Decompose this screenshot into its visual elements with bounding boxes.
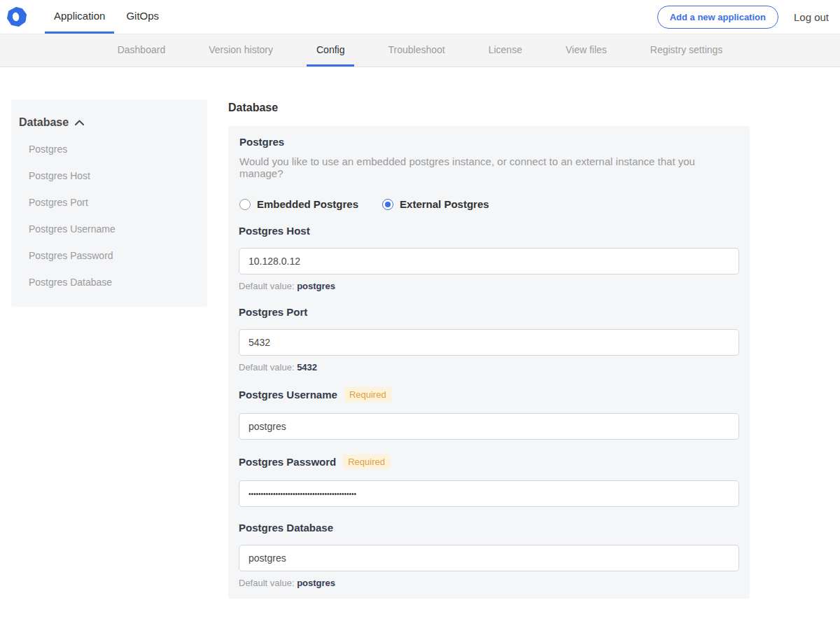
tab-dashboard[interactable]: Dashboard: [108, 34, 176, 67]
postgres-type-radio-group: Embedded Postgres External Postgres: [239, 198, 739, 210]
default-value: 5432: [297, 362, 317, 373]
tab-registry-settings[interactable]: Registry settings: [640, 34, 732, 67]
sidebar-item-postgres[interactable]: Postgres: [18, 136, 200, 162]
radio-circle-selected[interactable]: [382, 199, 393, 210]
default-value: postgres: [297, 578, 335, 588]
config-field-postgres-username: Postgres Username Required: [239, 387, 739, 440]
tab-dashboard-label: Dashboard: [118, 44, 166, 55]
sidebar-item-postgres-username[interactable]: Postgres Username: [18, 216, 200, 242]
tab-config-label: Config: [316, 44, 344, 55]
field-label-postgres: Postgres: [239, 136, 739, 148]
postgres-port-input[interactable]: [239, 329, 739, 356]
tab-version-history-label: Version history: [209, 44, 273, 55]
kots-logo-icon: [7, 7, 27, 27]
postgres-password-input[interactable]: [239, 480, 739, 507]
config-sidebar: Database Postgres Postgres Host Postgres…: [11, 99, 207, 307]
sidebar-item-postgres-database[interactable]: Postgres Database: [18, 269, 200, 295]
radio-circle-unselected[interactable]: [239, 199, 251, 210]
sidebar-item-postgres-host[interactable]: Postgres Host: [18, 162, 200, 189]
top-header: Application GitOps Add a new application…: [0, 0, 840, 34]
field-label: Postgres Password: [239, 456, 336, 468]
postgres-database-input[interactable]: [239, 545, 739, 571]
tab-registry-settings-label: Registry settings: [650, 44, 722, 55]
radio-embedded-postgres-label: Embedded Postgres: [257, 198, 358, 210]
tab-view-files[interactable]: View files: [556, 34, 617, 67]
app-subnav: Dashboard Version history Config Trouble…: [0, 34, 840, 67]
sidebar-group-label: Database: [19, 116, 69, 129]
config-field-postgres-port: Postgres Port Default value: 5432: [239, 306, 739, 373]
config-field-postgres-database: Postgres Database Default value: postgre…: [239, 522, 739, 588]
config-field-postgres-password: Postgres Password Required: [239, 454, 739, 507]
tab-view-files-label: View files: [566, 44, 607, 55]
required-badge: Required: [343, 454, 390, 469]
radio-external-postgres-label: External Postgres: [400, 198, 489, 210]
field-help-text: Would you like to use an embedded postgr…: [239, 155, 739, 179]
required-badge: Required: [344, 387, 391, 402]
field-label: Postgres Database: [239, 522, 333, 534]
sidebar-item-postgres-password[interactable]: Postgres Password: [18, 242, 200, 269]
tab-license[interactable]: License: [479, 34, 532, 67]
postgres-host-input[interactable]: [239, 248, 739, 274]
app-logo: [7, 0, 45, 34]
field-label: Postgres Host: [239, 225, 310, 237]
default-label: Default value:: [239, 362, 295, 373]
tab-application-label: Application: [54, 10, 105, 22]
tab-gitops[interactable]: GitOps: [117, 0, 168, 34]
field-label-row: Postgres Port: [239, 306, 739, 318]
config-main: Database Postgres Would you like to use …: [228, 99, 750, 619]
sidebar-items: Postgres Postgres Host Postgres Port Pos…: [18, 136, 200, 295]
page-title: Database: [228, 102, 750, 114]
field-label-row: Postgres Host: [239, 225, 739, 237]
header-tabs: Application GitOps: [45, 0, 171, 34]
sidebar-group-database[interactable]: Database: [18, 116, 200, 129]
field-label-row: Postgres Database: [239, 522, 739, 534]
header-right: Add a new application Log out: [657, 0, 840, 34]
chevron-up-icon: [75, 120, 84, 125]
field-label: Postgres Port: [239, 306, 307, 318]
tab-version-history[interactable]: Version history: [199, 34, 283, 67]
field-default-line: Default value: postgres: [239, 578, 739, 588]
config-content: Database Postgres Postgres Host Postgres…: [0, 67, 840, 619]
default-label: Default value:: [239, 281, 295, 291]
tab-application[interactable]: Application: [45, 0, 114, 34]
tab-troubleshoot-label: Troubleshoot: [388, 44, 444, 55]
tab-troubleshoot[interactable]: Troubleshoot: [378, 34, 454, 67]
field-default-line: Default value: postgres: [239, 281, 739, 291]
database-config-group: Postgres Would you like to use an embedd…: [228, 126, 750, 599]
field-default-line: Default value: 5432: [239, 362, 739, 373]
tab-gitops-label: GitOps: [126, 10, 159, 22]
logout-link[interactable]: Log out: [794, 11, 829, 23]
tab-config[interactable]: Config: [307, 34, 354, 67]
field-label: Postgres Username: [239, 389, 337, 401]
add-new-application-button[interactable]: Add a new application: [657, 6, 778, 29]
default-label: Default value:: [239, 578, 295, 588]
field-label-row: Postgres Username Required: [239, 387, 739, 402]
radio-external-postgres[interactable]: External Postgres: [382, 198, 489, 210]
default-value: postgres: [297, 281, 335, 291]
config-field-postgres-host: Postgres Host Default value: postgres: [239, 225, 739, 291]
tab-license-label: License: [489, 44, 522, 55]
postgres-username-input[interactable]: [239, 413, 739, 440]
radio-embedded-postgres[interactable]: Embedded Postgres: [239, 198, 358, 210]
sidebar-item-postgres-port[interactable]: Postgres Port: [18, 189, 200, 216]
field-label-row: Postgres Password Required: [239, 454, 739, 469]
